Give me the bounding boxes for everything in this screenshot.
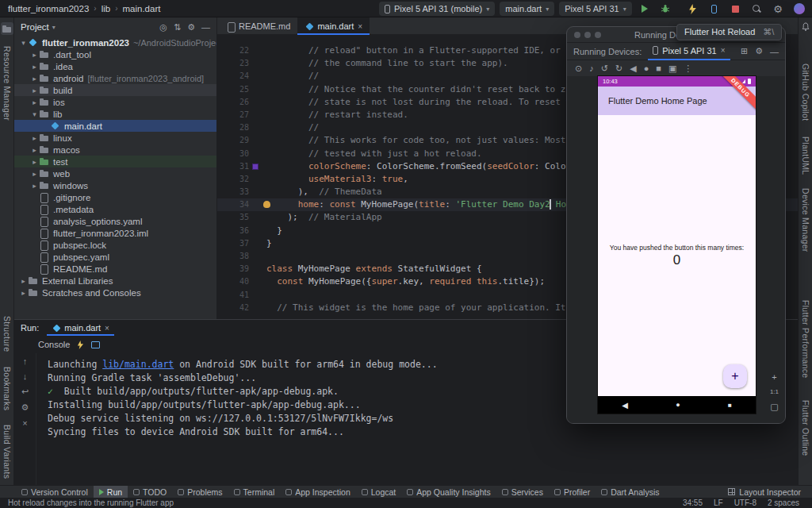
tree-item-readme-md[interactable]: README.md [14, 263, 216, 275]
locate-icon[interactable]: ◎ [159, 22, 167, 33]
intention-bulb-icon[interactable] [263, 201, 270, 208]
tree-item-web[interactable]: ▸web [14, 167, 216, 179]
tree-item-ios[interactable]: ▸ios [14, 96, 216, 108]
overview-icon[interactable]: ■ [656, 64, 661, 73]
status-2-spaces[interactable]: 2 spaces [768, 498, 799, 507]
status-34-55[interactable]: 34:55 [683, 498, 703, 507]
home-icon[interactable]: ● [676, 401, 680, 409]
color-preview-swatch[interactable] [252, 164, 259, 170]
stop-button[interactable] [727, 2, 743, 16]
device-selector[interactable]: Pixel 5 API 31 (mobile) ▾ [379, 2, 495, 16]
tree-item-macos[interactable]: ▸macos [14, 144, 216, 156]
chevron-icon[interactable]: ▸ [30, 134, 39, 142]
settings-icon[interactable]: ⚙ [755, 46, 763, 56]
overview-icon[interactable]: ■ [728, 402, 732, 409]
chevron-icon[interactable]: ▸ [30, 170, 39, 178]
rotate-left-icon[interactable]: ↺ [601, 64, 608, 74]
status-lf[interactable]: LF [714, 498, 723, 507]
chevron-icon[interactable]: ▸ [30, 182, 39, 190]
chevron-icon[interactable]: ▸ [30, 98, 39, 106]
tree-item-idea[interactable]: ▸.idea [14, 60, 216, 72]
console-link[interactable]: lib/main.dart [102, 359, 174, 370]
debug-button[interactable] [657, 2, 673, 16]
tree-item-pubspec-yaml[interactable]: pubspec.yaml [14, 251, 216, 263]
tree-item-pubspec-lock[interactable]: pubspec.lock [14, 239, 216, 251]
back-icon[interactable]: ◀ [622, 401, 628, 410]
target-device-selector[interactable]: Pixel 5 API 31 ▾ [559, 2, 632, 16]
tree-item-linux[interactable]: ▸linux [14, 132, 216, 144]
tool-button-app-quality-insights[interactable]: App Quality Insights [401, 486, 496, 498]
scroll-up-icon[interactable]: ↑ [23, 356, 28, 366]
tree-item-build[interactable]: ▸build [14, 84, 216, 96]
running-devices-window[interactable]: Running Devices - Running Devices: Pixel… [566, 26, 786, 424]
stripe-structure[interactable]: Structure [2, 316, 12, 352]
breadcrumb-file[interactable]: main.dart [123, 4, 161, 13]
flutter-hot-reload-button[interactable] [684, 2, 700, 16]
tree-item-windows[interactable]: ▸windows [14, 179, 216, 191]
chevron-icon[interactable]: ▸ [30, 51, 39, 59]
chevron-icon[interactable]: ▸ [30, 75, 39, 83]
tree-item-android[interactable]: ▸android [flutter_ironman2023_android] [14, 72, 216, 84]
profile-button[interactable] [791, 2, 807, 16]
chevron-icon[interactable]: ▸ [30, 87, 39, 94]
breadcrumb-lib[interactable]: lib [102, 4, 111, 13]
tree-item-flutter-ironman2023[interactable]: ▾flutter_ironman2023 ~/AndroidStudioProj… [14, 37, 216, 48]
stripe-github-copilot[interactable]: GitHub Copilot [801, 64, 810, 121]
notifications-button[interactable] [801, 22, 810, 32]
tool-button-logcat[interactable]: Logcat [356, 486, 402, 498]
power-icon[interactable]: ⊙ [575, 64, 582, 74]
tree-item-dart-tool[interactable]: ▸.dart_tool [14, 48, 216, 60]
tool-button-terminal[interactable]: Terminal [228, 486, 281, 498]
stripe-flutter-performance[interactable]: Flutter Performance [801, 300, 810, 378]
tree-item-external-libraries[interactable]: ▸External Libraries [14, 275, 216, 287]
hide-icon[interactable]: — [201, 22, 210, 33]
chevron-icon[interactable]: ▸ [19, 289, 28, 297]
hot-restart-icon[interactable] [91, 341, 100, 348]
chevron-icon[interactable]: ▸ [30, 146, 39, 154]
tree-item-metadata[interactable]: .metadata [14, 203, 216, 215]
stripe-resource-manager[interactable]: Resource Manager [2, 46, 12, 121]
stripe-build-variants[interactable]: Build Variants [2, 425, 12, 479]
tool-button-run[interactable]: Run [94, 486, 128, 498]
project-st ripe-button[interactable] [1, 22, 13, 35]
stripe-flutter-outline[interactable]: Flutter Outline [801, 400, 810, 456]
chevron-icon[interactable]: ▾ [19, 39, 28, 47]
chevron-icon[interactable]: ▸ [19, 277, 28, 285]
fab-increment-button[interactable]: + [723, 364, 747, 388]
device-mirror-button[interactable] [706, 2, 722, 16]
settings-icon[interactable]: ⚙ [21, 402, 29, 413]
chevron-icon[interactable]: ▸ [30, 63, 39, 71]
status-utf-8[interactable]: UTF-8 [734, 498, 756, 507]
close-icon[interactable]: × [358, 22, 362, 31]
layout-inspector-button[interactable]: Layout Inspector [728, 487, 812, 497]
fit-to-window-button[interactable]: ▢ [770, 402, 778, 412]
console-view-tab[interactable]: Console [38, 340, 70, 349]
stripe-device-manager[interactable]: Device Manager [801, 188, 810, 252]
zoom-window-icon[interactable] [595, 32, 601, 38]
chevron-icon[interactable]: ▸ [30, 158, 39, 166]
minimize-icon[interactable]: — [770, 47, 779, 56]
more-icon[interactable]: ⋮ [684, 64, 692, 74]
stripe-bookmarks[interactable]: Bookmarks [2, 367, 12, 410]
tree-item-lib[interactable]: ▾lib [14, 108, 216, 120]
clear-icon[interactable]: × [22, 418, 27, 428]
stripe-plantuml[interactable]: PlantUML [801, 137, 810, 175]
settings-button[interactable]: ⚙ [770, 2, 786, 16]
home-icon[interactable]: ● [644, 64, 649, 73]
close-icon[interactable]: × [105, 324, 109, 333]
zoom-in-button[interactable]: + [772, 372, 776, 382]
scroll-down-icon[interactable]: ↓ [23, 371, 28, 381]
minimize-window-icon[interactable] [584, 32, 591, 38]
device-tab-pixel-5[interactable]: Pixel 5 API 31 × [648, 43, 730, 60]
rotate-right-icon[interactable]: ↻ [615, 64, 622, 74]
project-panel-title[interactable]: Project [21, 22, 49, 32]
soft-wrap-icon[interactable]: ↩ [21, 387, 29, 397]
settings-icon[interactable]: ⚙ [187, 22, 195, 33]
chevron-icon[interactable]: ▾ [30, 110, 39, 118]
emulator-screen[interactable]: 10:43 Flutter Demo Home Page You have pu… [598, 76, 756, 414]
tab-main-dart[interactable]: main.dart × [297, 17, 370, 35]
run-config-selector[interactable]: main.dart ▾ [500, 2, 554, 16]
close-window-icon[interactable] [574, 32, 580, 38]
tool-button-services[interactable]: Services [496, 486, 549, 498]
back-icon[interactable]: ◀ [630, 64, 636, 74]
